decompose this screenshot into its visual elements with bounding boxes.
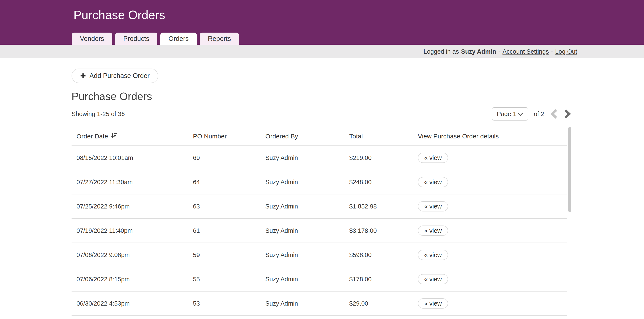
cell-total: $248.00 <box>349 179 418 186</box>
cell-total: $219.00 <box>349 154 418 162</box>
view-button[interactable]: « view <box>418 201 448 212</box>
previous-page-button[interactable] <box>550 109 558 119</box>
cell-view: « view <box>418 298 567 308</box>
cell-ordered-by: Suzy Admin <box>265 300 349 307</box>
page-title: Purchase Orders <box>72 91 644 102</box>
table-row: 07/06/2022 8:15pm 55 Suzy Admin $178.00 … <box>72 267 567 292</box>
page-select[interactable]: Page 1 <box>492 107 528 120</box>
cell-ordered-by: Suzy Admin <box>265 203 349 210</box>
cell-po-number: 53 <box>193 300 265 307</box>
table-row: 07/06/2022 9:08pm 59 Suzy Admin $598.00 … <box>72 243 567 267</box>
cell-order-date: 07/25/2022 9:46pm <box>76 203 193 210</box>
view-button[interactable]: « view <box>418 153 448 163</box>
log-out-link[interactable]: Log Out <box>555 48 577 55</box>
separator-dash: - <box>551 48 553 55</box>
cell-po-number: 69 <box>193 154 265 162</box>
cell-total: $29.00 <box>349 300 418 307</box>
tab-products[interactable]: Products <box>115 32 158 45</box>
cell-view: « view <box>418 274 567 284</box>
cell-po-number: 61 <box>193 227 265 234</box>
table-row: 07/19/2022 11:40pm 61 Suzy Admin $3,178.… <box>72 219 567 243</box>
chevron-left-icon <box>550 109 558 119</box>
cell-po-number: 64 <box>193 179 265 186</box>
scrollbar-thumb[interactable] <box>568 127 572 212</box>
table-header-row: Order Date PO Number Ordered By To <box>72 127 567 146</box>
cell-order-date: 07/27/2022 11:30am <box>76 179 193 186</box>
purchase-orders-table: Order Date PO Number Ordered By To <box>72 127 572 316</box>
chevron-right-icon <box>564 109 572 119</box>
view-button[interactable]: « view <box>418 177 448 187</box>
table-row: 07/25/2022 9:46pm 63 Suzy Admin $1,852.9… <box>72 194 567 219</box>
showing-count: Showing 1-25 of 36 <box>72 110 125 118</box>
separator-dash: - <box>498 48 500 55</box>
cell-view: « view <box>418 153 567 163</box>
account-settings-link[interactable]: Account Settings <box>502 48 549 55</box>
user-bar: Logged in as Suzy Admin - Account Settin… <box>0 45 644 58</box>
cell-view: « view <box>418 250 567 260</box>
cell-po-number: 55 <box>193 276 265 283</box>
cell-ordered-by: Suzy Admin <box>265 276 349 283</box>
page-select-value: Page 1 <box>497 110 516 118</box>
column-header-po-number: PO Number <box>193 133 265 140</box>
cell-po-number: 59 <box>193 252 265 258</box>
cell-view: « view <box>418 201 567 212</box>
tab-orders[interactable]: Orders <box>160 32 197 45</box>
plus-icon <box>80 73 86 79</box>
list-controls: Showing 1-25 of 36 Page 1 of 2 <box>72 107 572 120</box>
table-row: 08/15/2022 10:01am 69 Suzy Admin $219.00… <box>72 146 567 170</box>
cell-order-date: 08/15/2022 10:01am <box>76 154 193 162</box>
sort-descending-icon <box>110 132 117 140</box>
cell-order-date: 07/06/2022 9:08pm <box>76 252 193 258</box>
cell-ordered-by: Suzy Admin <box>265 227 349 234</box>
add-purchase-order-button[interactable]: Add Purchase Order <box>72 68 158 83</box>
add-purchase-order-label: Add Purchase Order <box>90 72 150 80</box>
username: Suzy Admin <box>461 48 496 55</box>
primary-tabs: Vendors Products Orders Reports <box>72 32 239 45</box>
view-button[interactable]: « view <box>418 250 448 260</box>
table-row: 07/27/2022 11:30am 64 Suzy Admin $248.00… <box>72 170 567 194</box>
table-row: 06/30/2022 4:53pm 53 Suzy Admin $29.00 «… <box>72 292 567 316</box>
next-page-button[interactable] <box>564 109 572 119</box>
chevron-down-icon <box>518 110 523 118</box>
page-of-label: of 2 <box>534 110 544 118</box>
column-header-view-details: View Purchase Order details <box>418 133 567 140</box>
cell-view: « view <box>418 226 567 236</box>
app-title: Purchase Orders <box>74 8 165 22</box>
view-button[interactable]: « view <box>418 274 448 284</box>
view-button[interactable]: « view <box>418 226 448 236</box>
cell-ordered-by: Suzy Admin <box>265 154 349 162</box>
cell-order-date: 06/30/2022 4:53pm <box>76 300 193 307</box>
cell-total: $178.00 <box>349 276 418 283</box>
pagination: Page 1 of 2 <box>492 107 572 120</box>
logged-in-text: Logged in as <box>424 48 459 55</box>
cell-ordered-by: Suzy Admin <box>265 179 349 186</box>
main-content: Add Purchase Order Purchase Orders Showi… <box>0 58 644 316</box>
cell-po-number: 63 <box>193 203 265 210</box>
view-button[interactable]: « view <box>418 298 448 308</box>
cell-ordered-by: Suzy Admin <box>265 252 349 258</box>
cell-order-date: 07/19/2022 11:40pm <box>76 227 193 234</box>
column-header-order-date[interactable]: Order Date <box>76 132 193 140</box>
table-body: 08/15/2022 10:01am 69 Suzy Admin $219.00… <box>72 146 572 316</box>
cell-total: $598.00 <box>349 252 418 258</box>
column-header-total: Total <box>349 133 418 140</box>
cell-view: « view <box>418 177 567 187</box>
app-header: Purchase Orders Vendors Products Orders … <box>0 0 644 45</box>
cell-total: $3,178.00 <box>349 227 418 234</box>
tab-reports[interactable]: Reports <box>200 32 239 45</box>
column-header-ordered-by: Ordered By <box>265 133 349 140</box>
tab-vendors[interactable]: Vendors <box>72 32 112 45</box>
cell-order-date: 07/06/2022 8:15pm <box>76 276 193 283</box>
cell-total: $1,852.98 <box>349 203 418 210</box>
